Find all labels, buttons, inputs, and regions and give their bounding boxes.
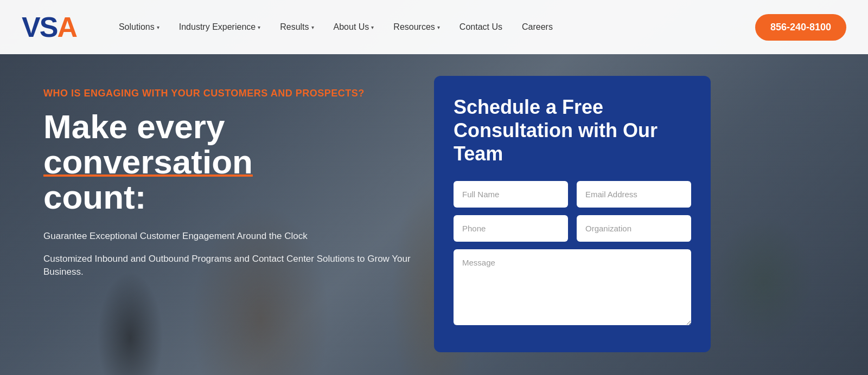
header: VSA Solutions ▾ Industry Experience ▾ Re… [0,0,868,54]
organization-input[interactable] [577,215,691,242]
chevron-down-icon: ▾ [157,24,159,30]
nav-about-us[interactable]: About Us ▾ [324,17,384,37]
hero-bullets: Guarantee Exceptional Customer Engagemen… [43,230,412,278]
hero-bullet-2: Customized Inbound and Outbound Programs… [43,253,412,279]
chevron-down-icon: ▾ [437,24,440,30]
main-nav: Solutions ▾ Industry Experience ▾ Result… [109,17,755,37]
consultation-form-panel: Schedule a Free Consultation with Our Te… [434,76,711,352]
logo-v: V [22,11,40,43]
hero-bullet-1: Guarantee Exceptional Customer Engagemen… [43,230,412,243]
phone-button[interactable]: 856-240-8100 [755,14,846,41]
nav-resources[interactable]: Resources ▾ [384,17,449,37]
message-textarea[interactable] [454,249,691,325]
hero-eyebrow: WHO IS ENGAGING WITH YOUR CUSTOMERS AND … [43,87,412,100]
logo[interactable]: VSA [22,13,76,41]
phone-input[interactable] [454,215,568,242]
chevron-down-icon: ▾ [371,24,374,30]
full-name-input[interactable] [454,181,568,208]
form-row-phone-org [454,215,691,242]
nav-contact-us[interactable]: Contact Us [450,17,512,37]
nav-industry-experience[interactable]: Industry Experience ▾ [169,17,270,37]
email-input[interactable] [577,181,691,208]
form-row-message [454,249,691,327]
nav-solutions[interactable]: Solutions ▾ [109,17,169,37]
logo-s: S [40,11,58,43]
form-title: Schedule a Free Consultation with Our Te… [454,95,691,166]
hero-headline: Make every conversation count: [43,109,412,215]
hero-section: WHO IS ENGAGING WITH YOUR CUSTOMERS AND … [0,54,868,375]
chevron-down-icon: ▾ [258,24,260,30]
logo-a: A [57,11,76,43]
chevron-down-icon: ▾ [311,24,314,30]
hero-left-content: WHO IS ENGAGING WITH YOUR CUSTOMERS AND … [43,76,412,279]
nav-careers[interactable]: Careers [512,17,563,37]
nav-results[interactable]: Results ▾ [270,17,323,37]
form-row-name-email [454,181,691,208]
